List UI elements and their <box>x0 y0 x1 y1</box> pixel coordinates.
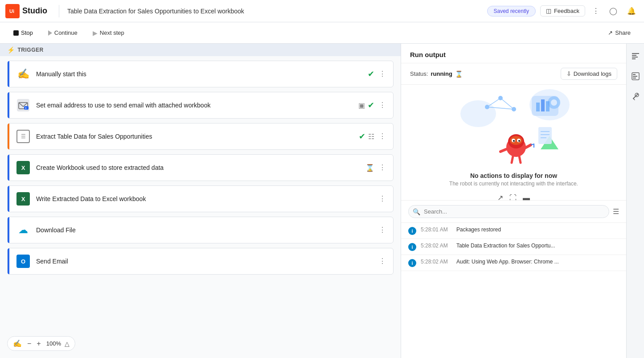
header-divider <box>59 5 59 17</box>
trigger-header: ⚡ TRIGGER <box>0 44 401 56</box>
step-item[interactable]: ☁ Download File ⋮ <box>7 217 394 243</box>
step-item[interactable]: X Create Workbook used to store extracte… <box>7 154 394 181</box>
step-accent <box>8 186 9 212</box>
stop-label: Stop <box>21 29 33 36</box>
pan-tool-button[interactable]: ✍ <box>13 339 22 348</box>
status-hourglass-icon: ⌛ <box>455 70 463 78</box>
step-item[interactable]: O Send Email ⋮ <box>7 248 394 275</box>
next-step-button[interactable]: ▶ Next step <box>86 27 131 39</box>
feedback-label: Feedback <box>554 8 579 14</box>
step-item[interactable]: X Write Extracted Data to Excel workbook… <box>7 185 394 212</box>
svg-text:i: i <box>25 107 26 110</box>
trigger-bolt-icon: ⚡ <box>7 46 15 53</box>
step-chat-icon: ▣ <box>358 101 365 110</box>
step-item[interactable]: ✍ Manually start this ✔︎ ⋮ <box>7 61 394 87</box>
step-icon-email: i <box>15 97 32 114</box>
sidebar-view-button[interactable]: ▬ <box>521 193 531 201</box>
status-bar: Status: running ⌛ ⇩ Download logs <box>401 63 626 85</box>
main-layout: ⚡ TRIGGER ✍ Manually start this ✔︎ ⋮ <box>0 44 644 358</box>
step-menu-button[interactable]: ⋮ <box>377 70 388 78</box>
saved-recently-button[interactable]: Saved recently <box>487 6 536 16</box>
svg-rect-41 <box>633 74 636 75</box>
log-entry: i 5:28:02 AM Table Data Extraction for S… <box>401 239 626 255</box>
step-menu-button[interactable]: ⋮ <box>377 226 388 235</box>
filter-button[interactable]: ☰ <box>613 207 619 216</box>
svg-rect-38 <box>632 57 638 58</box>
log-message: Audit: Using Web App. Browser: Chrome ..… <box>456 259 559 265</box>
right-sidebar <box>626 44 644 358</box>
share-button[interactable]: ↗ Share <box>602 27 637 39</box>
download-logs-button[interactable]: ⇩ Download logs <box>561 68 617 80</box>
svg-rect-37 <box>632 55 636 56</box>
zoom-expand-button[interactable]: △ <box>65 340 70 347</box>
notifications-button[interactable]: 🔔 <box>624 5 639 17</box>
next-step-label: Next step <box>100 29 124 36</box>
step-menu-button[interactable]: ⋮ <box>377 257 388 266</box>
step-label: Extract Table Data for Sales Opportuniti… <box>36 133 359 140</box>
browser-icon: ☰ <box>16 130 30 143</box>
step-icon-hand: ✍ <box>15 66 32 82</box>
step-actions: ⋮ <box>377 226 388 235</box>
run-output-title: Run output <box>401 44 626 63</box>
log-info-icon: i <box>408 227 416 235</box>
robot-area: No actions to display for now The robot … <box>401 85 626 201</box>
step-menu-button[interactable]: ⋮ <box>377 163 388 172</box>
help-button[interactable]: ◯ <box>607 5 620 17</box>
step-label: Create Workbook used to store extracted … <box>36 164 365 171</box>
step-actions: ⌛ ⋮ <box>365 163 388 172</box>
sidebar-panel-3-button[interactable] <box>628 88 643 107</box>
log-time: 5:28:02 AM <box>421 259 452 265</box>
svg-line-46 <box>633 99 635 100</box>
step-menu-button[interactable]: ⋮ <box>377 132 388 141</box>
workflow-panel: ⚡ TRIGGER ✍ Manually start this ✔︎ ⋮ <box>0 44 401 358</box>
continue-label: Continue <box>54 29 78 36</box>
log-search-bar: 🔍 ☰ <box>401 201 626 223</box>
status-label: Status: <box>410 70 428 77</box>
feedback-icon: ◫ <box>546 8 551 14</box>
download-logs-label: Download logs <box>574 70 611 77</box>
step-item[interactable]: i Set email address to use to send email… <box>7 92 394 119</box>
log-search-input[interactable] <box>408 205 609 218</box>
view-controls: ↗ ⛶ ▬ <box>487 189 540 201</box>
more-options-button[interactable]: ⋮ <box>590 5 602 17</box>
fullscreen-button[interactable]: ⛶ <box>508 193 518 201</box>
feedback-button[interactable]: ◫ Feedback <box>540 5 585 16</box>
step-actions: ✔︎ ⋮ <box>368 69 388 79</box>
zoom-in-button[interactable]: + <box>35 340 42 348</box>
external-link-button[interactable]: ↗ <box>496 192 505 201</box>
stop-button[interactable]: Stop <box>7 27 39 39</box>
share-label: Share <box>615 29 631 36</box>
sidebar-panel-2-button[interactable] <box>628 68 643 86</box>
step-check-icon: ✔︎ <box>368 100 374 110</box>
continue-play-icon <box>48 30 52 36</box>
sidebar-panel-1-button[interactable] <box>628 48 643 66</box>
svg-point-25 <box>513 140 515 142</box>
cloud-icon: ☁ <box>18 224 28 236</box>
step-check-icon: ✔︎ <box>359 132 365 141</box>
step-hourglass-icon: ⌛ <box>365 164 374 172</box>
step-menu-button[interactable]: ⋮ <box>377 194 388 203</box>
code-icon <box>631 72 640 81</box>
step-accent <box>8 123 9 149</box>
step-label: Set email address to use to send email w… <box>36 102 358 109</box>
download-icon: ⇩ <box>566 70 571 77</box>
step-actions: ▣ ✔︎ ⋮ <box>358 100 388 110</box>
svg-rect-12 <box>541 99 545 111</box>
step-accent <box>8 248 9 274</box>
step-list: ✍ Manually start this ✔︎ ⋮ i <box>0 61 401 284</box>
log-entry: i 5:28:02 AM Audit: Using Web App. Brows… <box>401 255 626 271</box>
step-menu-button[interactable]: ⋮ <box>377 101 388 110</box>
log-message: Packages restored <box>456 226 501 233</box>
app-header: Ui Studio Table Data Extraction for Sale… <box>0 0 644 22</box>
log-time: 5:28:02 AM <box>421 243 452 249</box>
svg-rect-13 <box>546 101 550 111</box>
svg-line-30 <box>519 156 521 163</box>
zoom-out-button[interactable]: − <box>25 340 33 348</box>
step-accent <box>8 155 9 181</box>
step-item[interactable]: ☰ Extract Table Data for Sales Opportuni… <box>7 123 394 150</box>
outlook-icon: O <box>16 255 30 268</box>
log-message: Table Data Extraction for Sales Opportu.… <box>456 243 555 249</box>
log-entry: i 5:28:01 AM Packages restored <box>401 223 626 239</box>
logo: Ui Studio <box>5 4 47 18</box>
continue-button[interactable]: Continue <box>42 27 84 39</box>
